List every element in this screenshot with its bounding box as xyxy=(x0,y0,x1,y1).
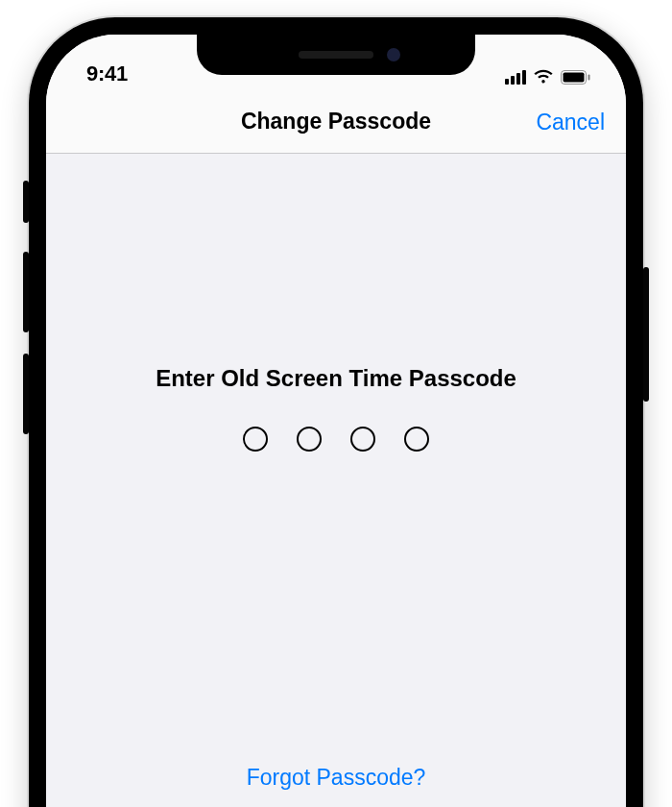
passcode-dot xyxy=(243,427,268,452)
navigation-bar: Change Passcode Cancel xyxy=(46,90,626,154)
svg-rect-1 xyxy=(564,72,585,82)
screen: 9:41 Change Passcode Cancel Enter Old Sc… xyxy=(46,35,626,807)
content-area: Enter Old Screen Time Passcode Forgot Pa… xyxy=(46,154,626,807)
passcode-prompt: Enter Old Screen Time Passcode xyxy=(46,365,626,392)
speaker-grille xyxy=(299,51,373,59)
battery-icon xyxy=(561,70,591,85)
notch xyxy=(197,35,475,75)
status-indicators xyxy=(505,69,591,86)
volume-down-button xyxy=(23,354,29,434)
forgot-passcode-link[interactable]: Forgot Passcode? xyxy=(247,765,426,791)
front-camera xyxy=(387,48,400,61)
phone-device-frame: 9:41 Change Passcode Cancel Enter Old Sc… xyxy=(29,17,643,807)
svg-rect-2 xyxy=(588,74,590,80)
passcode-dot xyxy=(350,427,375,452)
status-time: 9:41 xyxy=(86,61,128,86)
passcode-dot xyxy=(297,427,322,452)
forgot-passcode-container: Forgot Passcode? xyxy=(46,765,626,791)
passcode-dot xyxy=(404,427,429,452)
cancel-button[interactable]: Cancel xyxy=(536,109,605,134)
page-title: Change Passcode xyxy=(241,109,431,134)
passcode-dots[interactable] xyxy=(46,427,626,452)
power-button xyxy=(643,267,649,402)
silent-switch xyxy=(23,181,29,223)
cellular-signal-icon xyxy=(505,70,526,85)
wifi-icon xyxy=(533,69,554,85)
volume-up-button xyxy=(23,252,29,332)
